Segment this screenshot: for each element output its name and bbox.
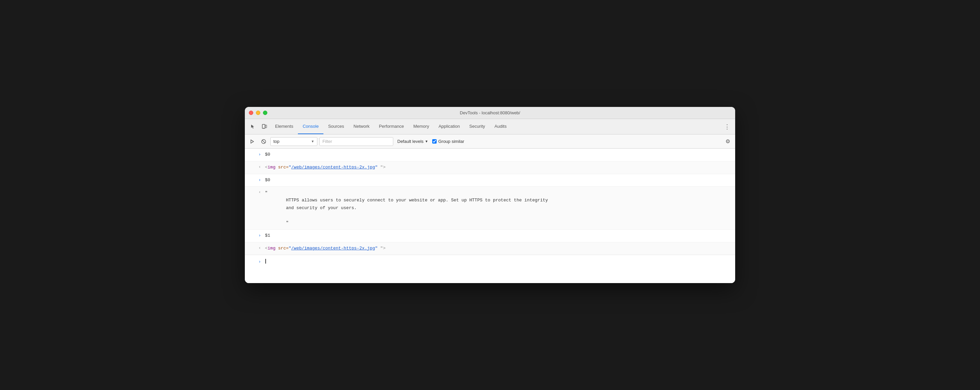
console-row: ‹ " HTTPS allows users to securely conne… bbox=[245, 187, 735, 229]
img-src-link[interactable]: /web/images/content-https-2x.jpg bbox=[291, 165, 375, 170]
console-multiline-text: " HTTPS allows users to securely connect… bbox=[265, 189, 732, 226]
context-selector[interactable]: top ▼ bbox=[270, 137, 317, 146]
input-prompt-icon: › bbox=[258, 151, 262, 158]
console-row: › $0 bbox=[245, 149, 735, 161]
tab-performance[interactable]: Performance bbox=[374, 119, 408, 134]
tabs-list: Elements Console Sources Network Perform… bbox=[270, 119, 722, 134]
context-chevron-icon: ▼ bbox=[311, 139, 314, 143]
close-button[interactable] bbox=[249, 110, 253, 115]
console-row: ‹ <img src="/web/images/content-https-2x… bbox=[245, 242, 735, 255]
inspect-element-button[interactable] bbox=[248, 121, 258, 132]
tab-security[interactable]: Security bbox=[465, 119, 490, 134]
context-value: top bbox=[274, 139, 279, 144]
traffic-lights bbox=[249, 110, 267, 115]
tab-sources[interactable]: Sources bbox=[323, 119, 349, 134]
svg-rect-1 bbox=[264, 128, 264, 128]
svg-line-5 bbox=[262, 140, 265, 143]
tab-application[interactable]: Application bbox=[434, 119, 465, 134]
console-toolbar: top ▼ Default levels ▼ Group similar ⚙ bbox=[245, 134, 735, 149]
levels-chevron-icon: ▼ bbox=[425, 139, 428, 143]
output-arrow-icon: ‹ bbox=[259, 189, 261, 196]
input-prompt-icon: › bbox=[258, 177, 262, 184]
console-active-input-row[interactable]: › bbox=[245, 255, 735, 268]
svg-marker-3 bbox=[251, 140, 254, 143]
window-title: DevTools - localhost:8080/web/ bbox=[460, 110, 520, 115]
devtools-window: DevTools - localhost:8080/web/ Elements … bbox=[245, 107, 735, 283]
console-input-text: $0 bbox=[265, 177, 270, 182]
block-button[interactable] bbox=[259, 137, 268, 146]
device-toolbar-button[interactable] bbox=[259, 121, 270, 132]
more-tabs-button[interactable]: ⋮ bbox=[722, 121, 732, 132]
tab-memory[interactable]: Memory bbox=[409, 119, 434, 134]
clear-console-button[interactable] bbox=[248, 137, 257, 146]
console-input-text: $1 bbox=[265, 233, 270, 238]
tab-console[interactable]: Console bbox=[298, 119, 323, 134]
tabs-bar: Elements Console Sources Network Perform… bbox=[245, 119, 735, 134]
tab-network[interactable]: Network bbox=[349, 119, 374, 134]
settings-button[interactable]: ⚙ bbox=[723, 137, 732, 146]
img-src-link-2[interactable]: /web/images/content-https-2x.jpg bbox=[291, 246, 375, 251]
group-similar-toggle[interactable]: Group similar bbox=[432, 139, 464, 144]
log-levels-button[interactable]: Default levels ▼ bbox=[395, 137, 430, 146]
output-arrow-icon: ‹ bbox=[259, 245, 261, 251]
console-row: › $0 bbox=[245, 174, 735, 187]
minimize-button[interactable] bbox=[256, 110, 260, 115]
titlebar: DevTools - localhost:8080/web/ bbox=[245, 107, 735, 119]
tab-audits[interactable]: Audits bbox=[490, 119, 511, 134]
filter-input[interactable] bbox=[320, 137, 393, 146]
group-similar-label: Group similar bbox=[438, 139, 464, 144]
console-input-text: $0 bbox=[265, 152, 270, 157]
maximize-button[interactable] bbox=[263, 110, 267, 115]
console-row: › $1 bbox=[245, 230, 735, 242]
output-arrow-icon: ‹ bbox=[259, 164, 261, 171]
svg-rect-2 bbox=[265, 125, 267, 128]
console-output: › $0 ‹ <img src="/web/images/content-htt… bbox=[245, 149, 735, 283]
console-row: ‹ <img src="/web/images/content-https-2x… bbox=[245, 161, 735, 174]
active-prompt-icon: › bbox=[258, 259, 262, 265]
input-prompt-icon: › bbox=[258, 232, 262, 240]
tab-elements[interactable]: Elements bbox=[270, 119, 298, 134]
group-similar-checkbox[interactable] bbox=[432, 139, 437, 144]
levels-label: Default levels bbox=[397, 139, 423, 144]
input-cursor bbox=[265, 259, 266, 264]
